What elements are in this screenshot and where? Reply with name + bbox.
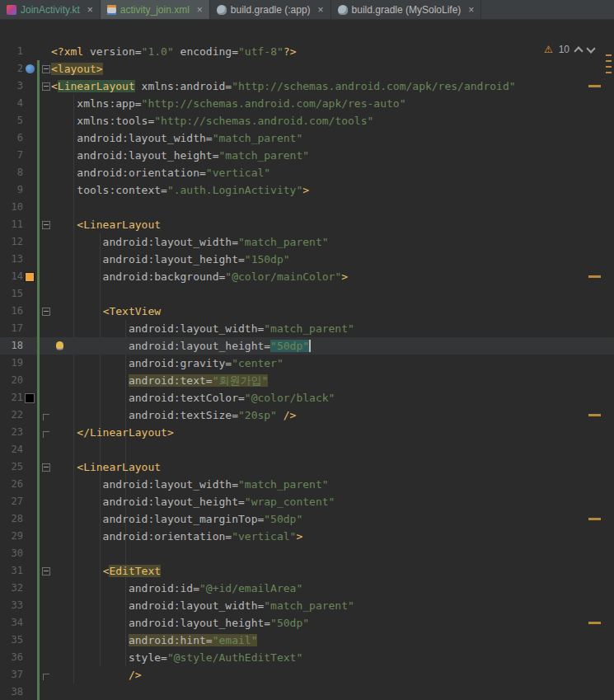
code-text[interactable]: android:layout_width="match_parent" xyxy=(51,129,614,147)
vcs-change-marker xyxy=(37,476,40,493)
color-swatch-black-icon[interactable] xyxy=(26,394,34,402)
line-number: 22 xyxy=(0,406,23,424)
fold-collapse-icon[interactable] xyxy=(42,567,50,576)
code-text[interactable]: android:layout_height="wrap_content" xyxy=(51,493,614,510)
line-number: 30 xyxy=(0,545,23,562)
fold-collapse-icon[interactable] xyxy=(42,82,50,91)
code-text[interactable]: android:layout_width="match_parent" xyxy=(51,320,614,337)
tab-joinactivity-kt[interactable]: JoinActivity.kt× xyxy=(0,0,101,19)
code-token xyxy=(51,426,77,439)
close-tab-icon[interactable]: × xyxy=(87,5,93,15)
code-text[interactable]: android:layout_width="match_parent" xyxy=(51,476,614,493)
code-text[interactable]: <LinearLayout xmlns:android="http://sche… xyxy=(51,78,614,95)
chevron-down-icon[interactable] xyxy=(586,44,595,53)
code-token: "150dp" xyxy=(245,253,290,265)
code-text[interactable]: android:layout_marginTop="50dp" xyxy=(51,510,614,528)
line-number: 12 xyxy=(0,233,23,251)
code-text[interactable]: android:layout_height="match_parent" xyxy=(51,147,614,164)
code-text[interactable]: <TextView xyxy=(51,303,614,320)
code-text[interactable] xyxy=(51,285,614,303)
error-stripe-scrollbar[interactable] xyxy=(604,20,614,700)
gutter-icon-slot xyxy=(23,233,36,251)
code-text[interactable]: android:hint="email" xyxy=(51,632,614,649)
layout-preview-icon[interactable] xyxy=(26,64,35,73)
fold-end-icon[interactable] xyxy=(43,674,49,680)
warning-stripe-tick[interactable] xyxy=(606,60,612,62)
code-text[interactable]: xmlns:app="http://schemas.android.com/ap… xyxy=(51,95,614,112)
tab-activity-join-xml[interactable]: activity_join.xml× xyxy=(101,0,210,19)
fold-gutter xyxy=(40,268,51,285)
code-text[interactable]: android:id="@+id/emailArea" xyxy=(51,580,614,597)
code-text[interactable]: android:layout_width="match_parent" xyxy=(51,597,614,614)
warning-count[interactable]: 10 xyxy=(559,44,569,55)
code-text[interactable] xyxy=(51,441,614,458)
code-text[interactable] xyxy=(51,199,614,216)
fold-collapse-icon[interactable] xyxy=(42,463,50,472)
tab-build-gradle-app[interactable]: build.gradle (:app)× xyxy=(210,0,331,19)
code-text[interactable]: android:text="회원가입" xyxy=(51,372,614,389)
code-line: 7 android:layout_height="match_parent" xyxy=(0,147,614,164)
code-text[interactable]: xmlns:tools="http://schemas.android.com/… xyxy=(51,112,614,129)
code-text[interactable]: tools:context=".auth.LoginActivity"> xyxy=(51,181,614,199)
code-text[interactable]: android:orientation="vertical" xyxy=(51,164,614,181)
code-text[interactable]: <LinearLayout xyxy=(51,216,614,233)
vcs-change-marker xyxy=(37,60,40,78)
gradle-file-icon xyxy=(217,5,227,15)
intention-bulb-icon[interactable] xyxy=(56,341,63,349)
fold-gutter xyxy=(40,458,51,476)
fold-collapse-icon[interactable] xyxy=(42,221,50,229)
code-token: version= xyxy=(90,45,142,58)
line-number: 31 xyxy=(0,562,23,580)
gutter-icon-slot xyxy=(23,458,36,476)
warning-line-mark xyxy=(588,414,601,416)
close-tab-icon[interactable]: × xyxy=(468,5,474,15)
code-text[interactable]: android:textSize="20sp" /> xyxy=(51,406,614,424)
code-text[interactable]: <LinearLayout xyxy=(51,458,614,476)
fold-gutter xyxy=(40,632,51,649)
code-text[interactable]: android:orientation="vertical"> xyxy=(51,528,614,545)
code-token: xmlns:android= xyxy=(135,80,232,92)
vcs-change-marker xyxy=(37,251,40,268)
code-token: "http://schemas.android.com/apk/res/andr… xyxy=(232,80,515,92)
code-line: 5 xmlns:tools="http://schemas.android.co… xyxy=(0,112,614,129)
code-text[interactable] xyxy=(51,545,614,562)
gutter-icon-slot xyxy=(23,406,36,424)
vcs-change-marker xyxy=(37,147,40,164)
code-text[interactable]: android:textColor="@color/black" xyxy=(51,389,614,406)
color-swatch-maincolor-icon[interactable] xyxy=(26,273,34,281)
code-token xyxy=(51,565,103,577)
inspection-widget[interactable]: ⚠ 10 xyxy=(544,44,594,55)
code-text[interactable]: </LinearLayout> xyxy=(51,424,614,441)
fold-gutter xyxy=(40,303,51,320)
code-text[interactable]: android:layout_height="50dp" xyxy=(51,337,614,355)
fold-end-icon[interactable] xyxy=(43,414,49,420)
gutter-icon-slot xyxy=(23,476,36,493)
gutter-icon-slot xyxy=(23,493,36,510)
code-text[interactable]: <?xml version="1.0" encoding="utf-8"?> xyxy=(51,43,614,60)
fold-collapse-icon[interactable] xyxy=(42,65,50,73)
tab-build-gradle-mysololife[interactable]: build.gradle (MySoloLife)× xyxy=(331,0,482,19)
warning-stripe-tick[interactable] xyxy=(606,66,612,68)
code-text[interactable]: /> xyxy=(51,666,614,684)
code-text[interactable]: android:layout_height="150dp" xyxy=(51,251,614,268)
fold-end-icon[interactable] xyxy=(43,431,49,438)
warning-stripe-tick[interactable] xyxy=(606,72,612,73)
warning-stripe-tick[interactable] xyxy=(606,54,612,56)
code-text[interactable]: style="@style/AuthEditText" xyxy=(51,649,614,666)
close-tab-icon[interactable]: × xyxy=(318,5,324,15)
code-text[interactable]: <EditText xyxy=(51,562,614,580)
code-text[interactable] xyxy=(51,684,614,700)
code-text[interactable]: android:gravity="center" xyxy=(51,355,614,372)
tab-label: JoinActivity.kt xyxy=(21,4,80,16)
code-text[interactable]: <layout> xyxy=(51,60,614,78)
code-text[interactable]: android:layout_width="match_parent" xyxy=(51,233,614,251)
code-text[interactable]: android:layout_height="50dp" xyxy=(51,614,614,632)
code-editor[interactable]: 1<?xml version="1.0" encoding="utf-8"?>2… xyxy=(0,20,614,700)
gutter-icon-slot xyxy=(23,545,36,562)
code-text[interactable]: android:background="@color/mainColor"> xyxy=(51,268,614,285)
close-tab-icon[interactable]: × xyxy=(197,5,203,15)
chevron-up-icon[interactable] xyxy=(574,46,583,55)
fold-collapse-icon[interactable] xyxy=(42,308,50,316)
fold-gutter xyxy=(40,285,51,303)
code-line: 37 /> xyxy=(0,666,614,684)
